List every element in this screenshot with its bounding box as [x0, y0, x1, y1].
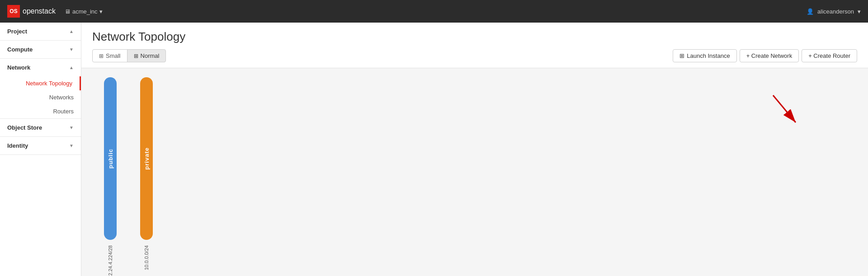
project-name: acme_inc — [72, 8, 98, 15]
action-buttons: ⊞ Launch Instance + Create Network + Cre… — [673, 49, 857, 62]
chevron-up-icon: ▲ — [69, 29, 74, 34]
sidebar-object-store-label: Object Store — [7, 124, 42, 131]
create-network-label: + Create Network — [746, 52, 793, 59]
sidebar-compute-label: Compute — [7, 46, 33, 53]
nav-left: OS openstack 🖥 acme_inc ▾ — [7, 5, 106, 18]
sidebar-section-project: Project ▲ — [0, 23, 81, 41]
sidebar-header-network[interactable]: Network ▲ — [0, 59, 81, 76]
sidebar-item-routers[interactable]: Routers — [0, 104, 81, 118]
sidebar-header-object-store[interactable]: Object Store ▼ — [0, 119, 81, 136]
logo-box: OS — [7, 5, 20, 18]
sidebar-section-object-store: Object Store ▼ — [0, 119, 81, 137]
sidebar-section-identity: Identity ▼ — [0, 137, 81, 155]
topology-canvas: public 172.24.4.224/28 ☁ private — [90, 77, 859, 276]
page-actions: ⊞ Small ⊞ Normal ⊞ Launch Instance — [92, 49, 857, 68]
create-router-button[interactable]: + Create Router — [802, 49, 857, 62]
network-bar-private[interactable]: private 10.0.0.0/24 — [140, 77, 153, 276]
sidebar-header-compute[interactable]: Compute ▼ — [0, 41, 81, 58]
sidebar-item-networks[interactable]: Networks — [0, 90, 81, 104]
openstack-logo: OS openstack — [7, 5, 56, 18]
grid-normal-icon: ⊞ — [134, 53, 138, 59]
launch-icon: ⊞ — [679, 52, 684, 59]
monitor-icon: 🖥 — [65, 8, 71, 15]
view-normal-button[interactable]: ⊞ Normal — [127, 49, 166, 62]
logo-abbr: OS — [9, 8, 17, 14]
page-header: Network Topology ⊞ Small ⊞ Normal — [81, 23, 868, 68]
sidebar-network-label: Network — [7, 64, 30, 71]
project-dropdown[interactable]: 🖥 acme_inc ▾ — [61, 6, 106, 17]
grid-small-icon: ⊞ — [99, 53, 104, 59]
logo-text: openstack — [23, 7, 56, 15]
public-subnet: 172.24.4.224/28 — [108, 245, 113, 276]
private-subnet: 10.0.0.0/24 — [144, 245, 149, 270]
sidebar-header-identity[interactable]: Identity ▼ — [0, 137, 81, 154]
view-toggle: ⊞ Small ⊞ Normal — [92, 49, 166, 62]
public-info: 172.24.4.224/28 ☁ — [106, 242, 114, 276]
top-navigation: OS openstack 🖥 acme_inc ▾ 👤 aliceanderso… — [0, 0, 868, 23]
layout: Project ▲ Compute ▼ Network ▲ Network To… — [0, 23, 868, 276]
sidebar-header-project[interactable]: Project ▲ — [0, 23, 81, 40]
private-network-label: private — [143, 147, 150, 170]
page-title: Network Topology — [92, 30, 857, 44]
chevron-down-icon-identity: ▼ — [69, 143, 74, 148]
sidebar: Project ▲ Compute ▼ Network ▲ Network To… — [0, 23, 81, 276]
sidebar-project-label: Project — [7, 28, 27, 35]
sidebar-item-network-topology[interactable]: Network Topology — [0, 76, 81, 90]
user-name: aliceanderson — [817, 8, 854, 15]
sidebar-section-network: Network ▲ Network Topology Networks Rout… — [0, 59, 81, 119]
view-normal-label: Normal — [141, 52, 160, 59]
chevron-down-icon: ▼ — [69, 47, 74, 52]
network-bar-public[interactable]: public 172.24.4.224/28 ☁ — [104, 77, 117, 276]
main-content: Network Topology ⊞ Small ⊞ Normal — [81, 23, 868, 276]
sidebar-section-compute: Compute ▼ — [0, 41, 81, 59]
view-small-button[interactable]: ⊞ Small — [92, 49, 127, 62]
launch-instance-button[interactable]: ⊞ Launch Instance — [673, 49, 736, 62]
create-network-button[interactable]: + Create Network — [740, 49, 799, 62]
public-network-label: public — [107, 149, 114, 168]
create-router-label: + Create Router — [808, 52, 850, 59]
chevron-down-icon-object-store: ▼ — [69, 125, 74, 130]
user-icon: 👤 — [807, 8, 814, 15]
launch-label: Launch Instance — [687, 52, 730, 59]
dropdown-arrow-icon: ▾ — [99, 8, 103, 15]
private-info: 10.0.0.0/24 — [144, 242, 149, 270]
chevron-up-icon-network: ▲ — [69, 65, 74, 70]
topology-canvas-area: public 172.24.4.224/28 ☁ private — [81, 68, 868, 276]
sidebar-identity-label: Identity — [7, 142, 28, 149]
view-small-label: Small — [106, 52, 121, 59]
user-menu[interactable]: 👤 aliceanderson ▾ — [807, 8, 861, 15]
user-dropdown-arrow-icon: ▾ — [858, 8, 861, 15]
